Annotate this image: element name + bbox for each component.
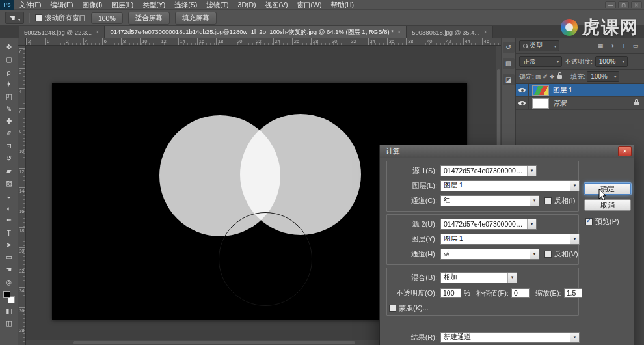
clone-stamp-tool[interactable]: ⊡ (0, 140, 18, 152)
menu-item-3[interactable]: 图层(L) (107, 0, 138, 10)
visibility-toggle[interactable] (516, 84, 529, 96)
maximize-button[interactable]: ▢ (618, 1, 629, 8)
lock-position-icon[interactable]: ✥ (550, 74, 555, 80)
blur-tool[interactable]: ◒ (0, 189, 18, 202)
filter-shape-layers-icon[interactable]: ▭ (630, 41, 641, 51)
history-brush-tool[interactable]: ↺ (0, 152, 18, 165)
fill-select[interactable]: 100% (587, 71, 619, 82)
hand-tool[interactable]: ☚ (0, 264, 18, 276)
layer-row-background[interactable]: 背景 (516, 97, 644, 110)
close-button[interactable]: ✕ (631, 1, 642, 8)
tool-preset-picker[interactable]: ☚ (5, 12, 24, 24)
filter-type-layers-icon[interactable]: T (619, 41, 629, 51)
menu-item-6[interactable]: 滤镜(T) (202, 0, 233, 10)
mask-checkbox[interactable]: 蒙版(K)... (389, 303, 429, 313)
tab-close-icon[interactable]: × (397, 29, 401, 35)
foreground-color-swatch[interactable] (3, 291, 10, 298)
properties-panel-icon[interactable]: ▤ (503, 58, 515, 69)
edit-in-quick-mask-button[interactable]: ◧ (0, 305, 18, 317)
rectangle-tool[interactable]: ▭ (0, 251, 18, 264)
menu-item-4[interactable]: 类型(Y) (138, 0, 170, 10)
source2-value: 01472d57e4e0730000018c1... (441, 220, 527, 228)
menu-item-5[interactable]: 选择(S) (170, 0, 202, 10)
source2-select[interactable]: 01472d57e4e0730000018c1... (440, 219, 537, 230)
dialog-title-bar[interactable]: 计算 ✕ (380, 145, 634, 158)
menu-item-8[interactable]: 视图(V) (261, 0, 293, 10)
layer-lock-icon (634, 102, 639, 105)
tab-close-icon[interactable]: × (483, 29, 487, 35)
menu-item-0[interactable]: 文件(F) (14, 0, 46, 10)
dodge-tool[interactable]: ◐ (0, 202, 18, 214)
gradient-tool[interactable]: ▨ (0, 177, 18, 189)
menu-item-9[interactable]: 窗口(W) (293, 0, 327, 10)
result-select[interactable]: 新建通道 (440, 332, 580, 343)
invert2-checkbox[interactable]: 反相(V) (544, 249, 578, 259)
preview-checkbox[interactable]: 预览(P) (585, 217, 619, 227)
document-tab-2[interactable]: 500380618.jpg @ 35.4...× (407, 26, 492, 38)
source1-select[interactable]: 01472d57e4e0730000018c1... (440, 165, 537, 176)
layer-thumbnail[interactable] (532, 85, 549, 96)
menu-item-2[interactable]: 图像(I) (77, 0, 107, 10)
fit-screen-button[interactable]: 适合屏幕 (128, 12, 170, 25)
lasso-tool[interactable]: ϱ (0, 66, 18, 78)
quick-selection-tool[interactable]: ✶ (0, 78, 18, 90)
blend-mode-select[interactable]: 正常 (519, 56, 562, 67)
zoom-tool[interactable]: ◎ (0, 276, 18, 288)
ruler-corner[interactable] (18, 38, 26, 46)
crop-tool[interactable]: ◰ (0, 90, 18, 103)
layer2-select[interactable]: 图层 1 (440, 234, 580, 245)
lock-all-icon[interactable] (557, 75, 562, 79)
path-selection-tool[interactable]: ➤ (0, 239, 18, 251)
invert1-checkbox[interactable]: 反相(I) (544, 196, 575, 206)
dialog-close-button[interactable]: ✕ (618, 146, 632, 156)
brush-tool[interactable]: ✐ (0, 128, 18, 140)
layer1-select[interactable]: 图层 1 (440, 180, 580, 191)
cancel-button[interactable]: 取消 (584, 199, 631, 211)
lock-image-pixels-icon[interactable]: ✐ (543, 74, 548, 80)
lock-transparent-pixels-icon[interactable]: ▨ (535, 74, 541, 80)
opacity-select[interactable]: 100% (595, 56, 628, 67)
tabs: 500251248.jpg @ 22.3...×01472d57e4e07300… (0, 26, 644, 38)
channel2-select[interactable]: 蓝 (440, 249, 539, 260)
ruler-number: 22 (19, 268, 26, 274)
filter-adjustment-layers-icon[interactable]: ◑ (607, 41, 617, 51)
tab-close-icon[interactable]: × (96, 29, 99, 35)
menu-item-7[interactable]: 3D(D) (234, 0, 261, 10)
ok-button[interactable]: 确定 (584, 183, 631, 195)
fill-screen-button[interactable]: 填充屏幕 (175, 12, 217, 25)
offset-input[interactable] (511, 288, 530, 298)
eye-icon (518, 101, 526, 105)
channel1-select[interactable]: 红 (440, 195, 539, 206)
eyedropper-tool[interactable]: ✎ (0, 103, 18, 115)
styles-panel-icon[interactable]: ◪ (503, 74, 515, 85)
document-tab-0[interactable]: 500251248.jpg @ 22.3...× (19, 26, 105, 38)
spot-healing-brush-tool[interactable]: ✚ (0, 115, 18, 128)
offset-label: 补偿值(F): (476, 288, 509, 298)
document-tab-1[interactable]: 01472d57e4e0730000018c1b14db25.jpg@1280w… (105, 26, 407, 38)
eraser-tool[interactable]: ▰ (0, 165, 18, 177)
checkbox-icon (389, 305, 396, 312)
menu-item-10[interactable]: 帮助(H) (327, 0, 359, 10)
layer-row-layer1[interactable]: 图层 1 (516, 84, 644, 97)
visibility-toggle[interactable] (516, 97, 529, 109)
minimize-button[interactable]: — (605, 1, 616, 8)
scale-input[interactable] (564, 288, 582, 298)
tab-label: 500251248.jpg @ 22.3... (24, 29, 92, 36)
move-tool[interactable]: ✥ (0, 41, 18, 53)
filter-type-select[interactable]: 类型 (519, 40, 559, 51)
menu-item-1[interactable]: 编辑(E) (46, 0, 77, 10)
scroll-all-windows-checkbox[interactable]: 滚动所有窗口 (35, 14, 86, 23)
zoom-100-button[interactable]: 100% (91, 12, 123, 24)
filter-pixel-layers-icon[interactable]: ▦ (595, 41, 606, 51)
color-swatches[interactable] (3, 291, 15, 303)
rectangular-marquee-tool[interactable]: ▢ (0, 53, 18, 66)
blend-select[interactable]: 相加 (440, 272, 517, 283)
screen-mode-button[interactable]: ◫ (0, 317, 18, 329)
pen-tool[interactable]: ✒ (0, 214, 18, 227)
options-bar: ☚ 滚动所有窗口 100% 适合屏幕 填充屏幕 (0, 10, 644, 26)
layer-thumbnail[interactable] (532, 98, 549, 109)
photoshop-window: Ps 文件(F)编辑(E)图像(I)图层(L)类型(Y)选择(S)滤镜(T)3D… (0, 0, 644, 345)
dialog-opacity-input[interactable] (440, 288, 461, 298)
history-panel-icon[interactable]: ↺ (503, 42, 515, 53)
type-tool[interactable]: T (0, 227, 18, 239)
